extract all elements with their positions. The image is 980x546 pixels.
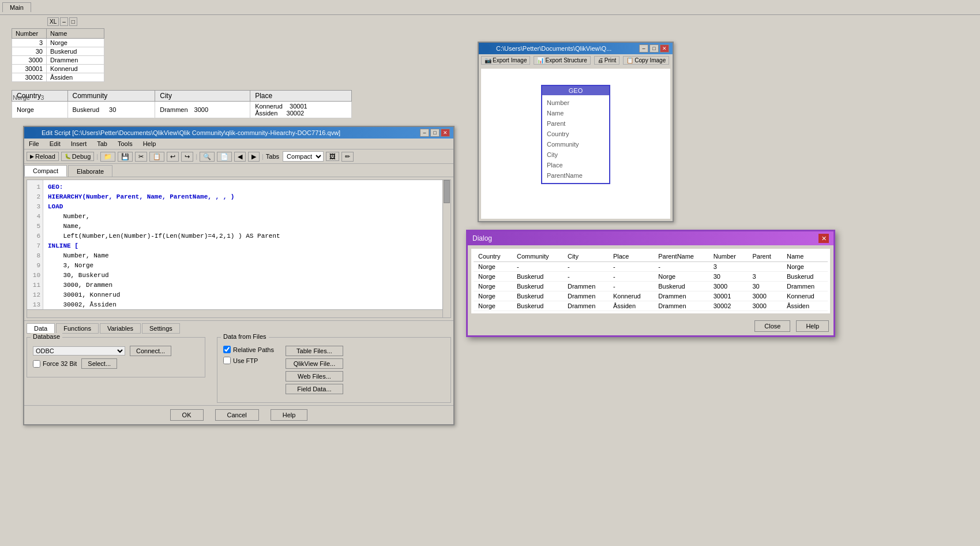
force32-label[interactable]: Force 32 Bit bbox=[33, 360, 77, 368]
d-community: Buskerud bbox=[512, 301, 563, 311]
qlikview-controls: – □ ✕ bbox=[639, 44, 669, 53]
toolbar-btn-6[interactable]: ↪ bbox=[181, 152, 193, 162]
dialog-col-name: Name bbox=[782, 251, 828, 262]
qv-content: GEO Number Name Parent Country Community… bbox=[481, 69, 670, 219]
line-numbers: 12345678910111213141516 bbox=[27, 180, 43, 317]
toolbar-btn-2[interactable]: 💾 bbox=[118, 152, 133, 162]
d-parentname: Buskerud bbox=[654, 282, 709, 291]
connect-button[interactable]: Connect... bbox=[130, 346, 171, 356]
hierarchy-section: Country Community City Place Norge Buske… bbox=[12, 90, 352, 118]
data-from-files-label: Data from Files bbox=[221, 333, 269, 340]
geo-field-country: Country bbox=[547, 129, 604, 139]
tab-data[interactable]: Data bbox=[27, 323, 55, 334]
qlikview-titlebar: C:\Users\Petter\Documents\QlikView\Q... … bbox=[479, 43, 673, 54]
cell-name: Drammen bbox=[47, 56, 104, 65]
top-toolbar: XL – □ bbox=[12, 17, 352, 26]
dialog-close-x[interactable]: ✕ bbox=[818, 234, 829, 243]
menu-insert[interactable]: Insert bbox=[69, 140, 89, 148]
d-community: Buskerud bbox=[512, 291, 563, 301]
d-community: Buskerud bbox=[512, 272, 563, 282]
print-button[interactable]: 🖨 Print bbox=[594, 56, 620, 65]
vertical-scrollbar[interactable] bbox=[442, 180, 450, 317]
tab-variables[interactable]: Variables bbox=[100, 323, 141, 334]
d-country: Norge bbox=[474, 291, 512, 301]
toolbar-btn-7[interactable]: 📄 bbox=[217, 152, 232, 162]
horizontal-scrollbar[interactable] bbox=[27, 309, 442, 317]
toolbar-btn-1[interactable]: 📁 bbox=[100, 152, 115, 162]
script-ok-button[interactable]: OK bbox=[170, 409, 204, 421]
script-cancel-button[interactable]: Cancel bbox=[215, 409, 259, 421]
odbc-select[interactable]: ODBC bbox=[33, 346, 125, 356]
toolbar-btn-8[interactable]: ◀ bbox=[234, 152, 246, 162]
qlikview-close[interactable]: ✕ bbox=[660, 44, 669, 53]
toolbar-edit-btn[interactable]: ✏ bbox=[341, 152, 354, 162]
d-city: Drammen bbox=[563, 301, 609, 311]
table-files-button[interactable]: Table Files... bbox=[286, 346, 343, 356]
reload-button[interactable]: ▶ Reload bbox=[27, 152, 59, 161]
qlikview-file-button[interactable]: QlikView File... bbox=[286, 358, 343, 369]
edit-script-minimize[interactable]: – bbox=[420, 129, 429, 137]
print-icon: 🖨 bbox=[598, 57, 603, 63]
hier-col-place: Place bbox=[250, 91, 352, 102]
export-structure-button[interactable]: 📊 Export Structure bbox=[534, 56, 590, 65]
menu-file[interactable]: File bbox=[27, 140, 42, 148]
dialog-close-button[interactable]: Close bbox=[754, 320, 790, 332]
d-parent: 30 bbox=[748, 282, 782, 291]
geo-field-community: Community bbox=[547, 139, 604, 149]
select-button[interactable]: Select... bbox=[81, 358, 117, 369]
edit-script-close[interactable]: ✕ bbox=[441, 129, 450, 137]
copy-image-button[interactable]: 📋 Copy Image bbox=[623, 56, 669, 65]
toolbar-btn-9[interactable]: ▶ bbox=[248, 152, 260, 162]
menu-tab[interactable]: Tab bbox=[95, 140, 110, 148]
menu-tools[interactable]: Tools bbox=[115, 140, 135, 148]
tab-settings[interactable]: Settings bbox=[142, 323, 180, 334]
dialog-title: Dialog bbox=[472, 234, 492, 242]
use-ftp-label[interactable]: Use FTP bbox=[223, 357, 274, 364]
tab-elaborate[interactable]: Elaborate bbox=[68, 165, 112, 177]
scrollbar-thumb[interactable] bbox=[444, 180, 450, 203]
relative-paths-label[interactable]: Relative Paths bbox=[223, 346, 274, 353]
web-files-button[interactable]: Web Files... bbox=[286, 371, 343, 382]
toolbar-btn-5[interactable]: ↩ bbox=[167, 152, 179, 162]
d-number: 30002 bbox=[709, 301, 748, 311]
field-data-button[interactable]: Field Data... bbox=[286, 384, 343, 394]
hier-city: Drammen 3000 bbox=[155, 102, 250, 118]
minimize-top-button[interactable]: – bbox=[60, 17, 68, 26]
use-ftp-checkbox[interactable] bbox=[223, 357, 231, 364]
tabs-dropdown[interactable]: Compact bbox=[283, 151, 324, 162]
relative-paths-checkbox[interactable] bbox=[223, 346, 231, 353]
table-row: Norge Buskerud Drammen Konnerud Drammen … bbox=[474, 291, 828, 301]
hierarchy-table: Country Community City Place Norge Buske… bbox=[12, 90, 352, 118]
xl-button[interactable]: XL bbox=[47, 17, 59, 26]
menu-help[interactable]: Help bbox=[141, 140, 159, 148]
force32-checkbox[interactable] bbox=[33, 360, 40, 368]
export-image-button[interactable]: 📷 Export Image bbox=[481, 56, 530, 65]
geo-field-city: City bbox=[547, 149, 604, 160]
toolbar-btn-3[interactable]: ✂ bbox=[135, 152, 147, 162]
code-content[interactable]: GEO: HIERARCHY(Number, Parent, Name, Par… bbox=[43, 180, 450, 317]
qlikview-maximize[interactable]: □ bbox=[649, 44, 659, 53]
cell-number: 3000 bbox=[12, 56, 47, 65]
tab-functions[interactable]: Functions bbox=[56, 323, 99, 334]
toolbar-btn-search[interactable]: 🔍 bbox=[200, 152, 215, 162]
toolbar-sep3: | bbox=[262, 153, 264, 160]
qlikview-minimize[interactable]: – bbox=[639, 44, 648, 53]
d-country: Norge bbox=[474, 282, 512, 291]
dialog-col-community: Community bbox=[512, 251, 563, 262]
toolbar-img-btn[interactable]: 🖼 bbox=[326, 152, 339, 161]
d-parent: 3 bbox=[748, 272, 782, 282]
dialog-help-button[interactable]: Help bbox=[796, 320, 829, 332]
edit-script-maximize[interactable]: □ bbox=[430, 129, 440, 137]
bottom-panel: Data Functions Variables Settings Databa… bbox=[24, 320, 453, 405]
menu-edit[interactable]: Edit bbox=[47, 140, 63, 148]
script-help-button[interactable]: Help bbox=[271, 409, 308, 421]
debug-button[interactable]: 🐛 Debug bbox=[61, 152, 94, 161]
d-place: Konnerud bbox=[609, 291, 654, 301]
main-tab[interactable]: Main bbox=[2, 2, 31, 12]
toolbar-btn-4[interactable]: 📋 bbox=[149, 152, 164, 162]
table-row: Norge Buskerud 30 Drammen 3000 Konnerud … bbox=[12, 102, 352, 118]
tab-compact[interactable]: Compact bbox=[24, 165, 67, 177]
maximize-top-button[interactable]: □ bbox=[69, 17, 77, 26]
checkboxes-col: Relative Paths Use FTP bbox=[223, 346, 274, 397]
geo-field-place: Place bbox=[547, 160, 604, 170]
